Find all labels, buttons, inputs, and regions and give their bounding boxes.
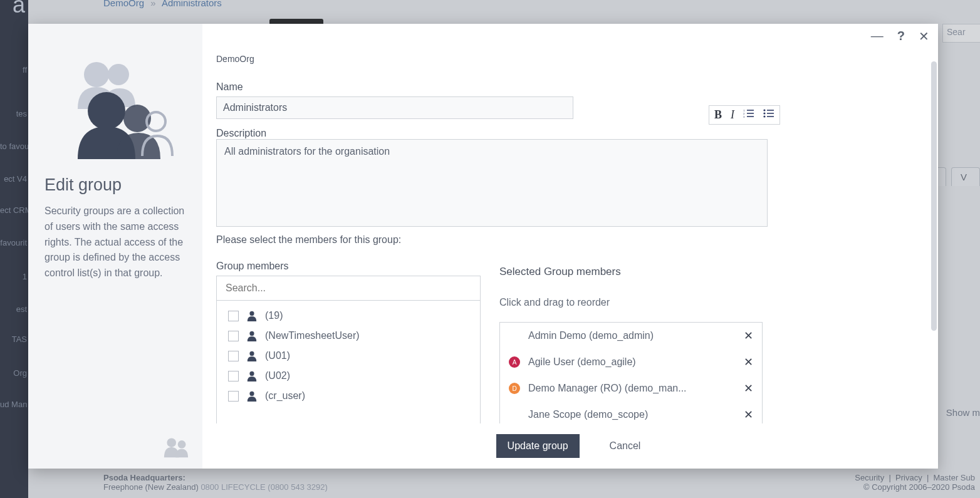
member-avatar	[509, 409, 520, 420]
unordered-list-button[interactable]	[763, 108, 774, 122]
svg-point-20	[249, 331, 254, 336]
rich-text-toolbar: B I 123	[709, 105, 780, 125]
remove-member-button[interactable]: ✕	[744, 355, 753, 369]
person-icon	[246, 330, 258, 341]
person-icon	[246, 310, 258, 321]
member-label: (cr_user)	[265, 390, 305, 402]
svg-point-17	[763, 112, 765, 114]
bold-button[interactable]: B	[714, 108, 722, 122]
modal-side-panel: Edit group Security groups are a collect…	[28, 24, 202, 469]
close-button[interactable]: ✕	[919, 29, 929, 44]
italic-button[interactable]: I	[731, 108, 734, 122]
svg-point-2	[88, 92, 125, 130]
svg-text:3: 3	[743, 115, 745, 118]
selected-members-title: Selected Group members	[499, 266, 763, 278]
svg-point-19	[249, 311, 254, 316]
selected-member-row[interactable]: Jane Scope (demo_scope)✕	[500, 402, 762, 423]
svg-point-1	[108, 64, 129, 85]
member-label: (NewTimesheetUser)	[265, 330, 360, 341]
modal-footer: Update group Cancel	[202, 423, 938, 469]
member-label: (19)	[265, 310, 283, 321]
modal-scrollbar[interactable]	[931, 61, 937, 331]
selected-member-label: Jane Scope (demo_scope)	[528, 409, 736, 420]
selected-member-label: Demo Manager (RO) (demo_man...	[528, 383, 736, 394]
members-search-input[interactable]	[216, 276, 481, 301]
svg-point-21	[249, 351, 254, 356]
member-checkbox[interactable]	[228, 391, 239, 402]
member-checkbox[interactable]	[228, 351, 239, 361]
svg-point-5	[167, 438, 176, 447]
available-member-row[interactable]: (U02)	[217, 366, 480, 386]
modal-side-title: Edit group	[44, 175, 186, 195]
member-checkbox[interactable]	[228, 311, 239, 321]
cancel-button[interactable]: Cancel	[606, 440, 645, 452]
name-input[interactable]	[216, 96, 573, 119]
group-illustration-icon	[44, 40, 186, 172]
remove-member-button[interactable]: ✕	[744, 329, 753, 343]
selected-members-list[interactable]: Admin Demo (demo_admin)✕AAgile User (dem…	[499, 322, 763, 423]
group-watermark-icon	[159, 435, 194, 462]
svg-point-0	[84, 62, 109, 87]
selected-member-label: Agile User (demo_agile)	[528, 356, 736, 368]
selected-member-row[interactable]: Admin Demo (demo_admin)✕	[500, 323, 762, 349]
available-member-row[interactable]: (NewTimesheetUser)	[217, 326, 480, 346]
description-textarea[interactable]: All administrators for the organisation	[216, 139, 768, 227]
selected-members-hint: Click and drag to reorder	[499, 297, 763, 308]
group-members-label: Group members	[216, 261, 481, 272]
remove-member-button[interactable]: ✕	[744, 381, 753, 395]
member-avatar: D	[509, 383, 520, 394]
svg-point-23	[249, 392, 254, 396]
member-label: (U02)	[265, 370, 290, 381]
member-checkbox[interactable]	[228, 331, 239, 341]
member-avatar: A	[509, 356, 520, 368]
members-instruction: Please select the members for this group…	[216, 234, 927, 246]
svg-point-22	[249, 371, 254, 376]
available-member-row[interactable]: (U01)	[217, 346, 480, 366]
available-member-row[interactable]: (cr_user)	[217, 386, 480, 406]
edit-group-modal: Edit group Security groups are a collect…	[28, 24, 938, 469]
svg-point-6	[178, 440, 186, 449]
name-field-label: Name	[216, 81, 927, 93]
available-member-row[interactable]: (19)	[217, 306, 480, 326]
svg-point-16	[763, 109, 765, 111]
member-checkbox[interactable]	[228, 371, 239, 381]
modal-main-panel: — ? ✕ DemoOrg Name Description B I 123	[202, 24, 938, 469]
svg-point-18	[763, 115, 765, 117]
modal-side-description: Security groups are a collection of user…	[44, 204, 186, 281]
minimize-button[interactable]: —	[871, 29, 884, 44]
selected-member-label: Admin Demo (demo_admin)	[528, 330, 736, 341]
help-button[interactable]: ?	[897, 29, 905, 44]
person-icon	[246, 370, 258, 381]
available-members-list[interactable]: (19)(NewTimesheetUser)(U01)(U02)(cr_user…	[216, 301, 481, 423]
remove-member-button[interactable]: ✕	[744, 408, 753, 422]
member-avatar	[509, 330, 520, 341]
selected-member-row[interactable]: DDemo Manager (RO) (demo_man...✕	[500, 375, 762, 402]
person-icon	[246, 350, 258, 361]
person-icon	[246, 390, 258, 402]
selected-member-row[interactable]: AAgile User (demo_agile)✕	[500, 349, 762, 375]
ordered-list-button[interactable]: 123	[743, 108, 754, 122]
description-field-label: Description	[216, 128, 927, 139]
update-group-button[interactable]: Update group	[496, 434, 580, 458]
member-label: (U01)	[265, 350, 290, 361]
org-label: DemoOrg	[216, 54, 927, 64]
